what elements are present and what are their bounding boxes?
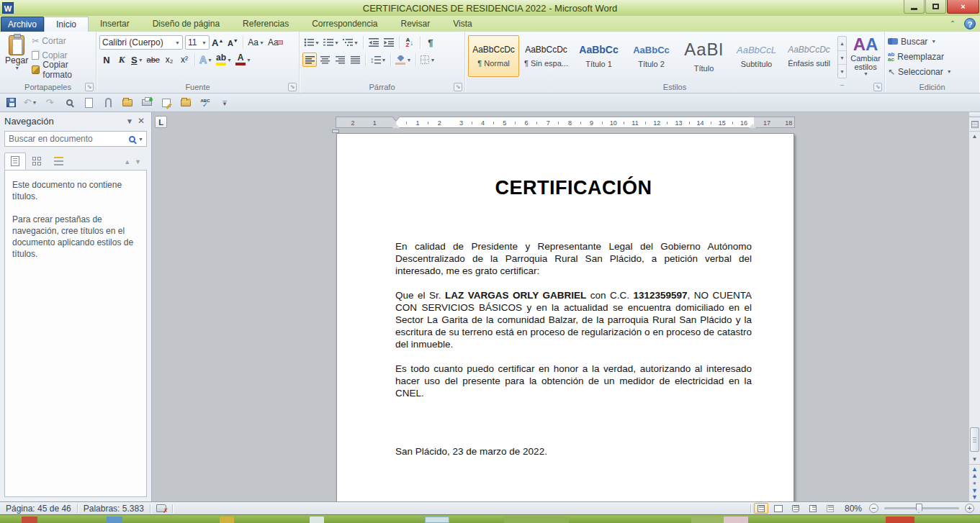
proofing-status-button[interactable] bbox=[150, 502, 172, 514]
style-titulo-1[interactable]: AaBbCcTítulo 1 bbox=[573, 35, 624, 77]
dialog-launcher-fuente[interactable]: ⇘ bbox=[288, 83, 297, 91]
bold-button[interactable]: N bbox=[99, 53, 114, 67]
previous-heading-icon[interactable]: ▲ bbox=[124, 158, 135, 165]
align-right-button[interactable] bbox=[333, 53, 347, 67]
taskbar-app-sliver[interactable] bbox=[22, 517, 37, 523]
taskbar-app-sliver[interactable] bbox=[107, 517, 122, 523]
shading-button[interactable]: ▼ bbox=[394, 53, 413, 67]
scrollbar-thumb[interactable] bbox=[970, 427, 979, 452]
find-button[interactable]: Buscar▼ bbox=[888, 34, 978, 49]
tab-inicio[interactable]: Inicio bbox=[44, 17, 89, 32]
dialog-launcher-estilos[interactable]: ⇘ bbox=[873, 83, 882, 91]
shrink-font-button[interactable]: A▼ bbox=[225, 35, 240, 50]
show-hide-pilcrow-button[interactable]: ¶ bbox=[423, 35, 438, 50]
underline-button[interactable]: S▼ bbox=[130, 53, 145, 67]
new-document-button[interactable] bbox=[82, 96, 95, 109]
strikethrough-button[interactable]: abe bbox=[145, 53, 161, 67]
tab-insertar[interactable]: Insertar bbox=[89, 17, 141, 32]
tab-archivo[interactable]: Archivo bbox=[1, 17, 44, 32]
previous-page-icon[interactable]: ▲▲ bbox=[971, 466, 978, 479]
style-sin-espaciado[interactable]: AaBbCcDc¶ Sin espa... bbox=[521, 35, 572, 77]
change-styles-button[interactable]: AA Cambiar estilos ▼ bbox=[848, 35, 883, 78]
fullscreen-reading-view-button[interactable] bbox=[771, 503, 786, 514]
first-line-indent-marker[interactable] bbox=[392, 117, 400, 121]
style-normal[interactable]: AaBbCcDc¶ Normal bbox=[468, 35, 519, 77]
open-button[interactable] bbox=[121, 96, 134, 109]
print-preview-button[interactable] bbox=[63, 96, 76, 109]
navigation-close-icon[interactable]: ✕ bbox=[135, 116, 147, 126]
taskbar-app-sliver[interactable] bbox=[504, 517, 569, 523]
line-spacing-button[interactable]: ↕ ▼ bbox=[369, 53, 387, 67]
font-size-combo[interactable]: 11▼ bbox=[185, 35, 210, 50]
draft-view-button[interactable] bbox=[823, 503, 837, 514]
clear-formatting-button[interactable]: Aa bbox=[266, 35, 284, 50]
font-color-button[interactable]: A▼ bbox=[234, 53, 253, 67]
dialog-launcher-parrafo[interactable]: ⇘ bbox=[454, 83, 462, 91]
qat-more-button[interactable]: ─▼ bbox=[218, 96, 231, 109]
collapse-ribbon-icon[interactable]: ⌃ bbox=[947, 19, 958, 29]
edit-button[interactable] bbox=[160, 96, 173, 109]
hanging-indent-marker[interactable] bbox=[392, 124, 400, 128]
text-effects-button[interactable]: A▼ bbox=[198, 53, 214, 67]
minimize-button[interactable] bbox=[904, 0, 925, 14]
select-browse-object-icon[interactable]: ● bbox=[973, 480, 976, 486]
redo-button[interactable]: ↷ bbox=[43, 96, 56, 109]
page-content[interactable]: CERTIFICACIÓN En calidad de Presidente y… bbox=[395, 134, 752, 501]
taskbar-app-sliver[interactable] bbox=[724, 517, 748, 523]
highlight-color-button[interactable]: ab▼ bbox=[215, 53, 233, 67]
split-handle[interactable] bbox=[969, 112, 980, 117]
dialog-launcher-portapapeles[interactable]: ⇘ bbox=[85, 83, 94, 91]
nav-tab-pages[interactable] bbox=[26, 153, 48, 170]
replace-button[interactable]: abacReemplazar bbox=[888, 49, 978, 64]
zoom-level[interactable]: 80% bbox=[840, 504, 866, 514]
help-icon[interactable]: ? bbox=[964, 18, 976, 29]
nav-tab-results[interactable] bbox=[48, 153, 69, 170]
word-count[interactable]: Palabras: 5.383 bbox=[78, 502, 150, 514]
styles-gallery-down-icon[interactable]: ▼ bbox=[838, 50, 846, 64]
font-family-combo[interactable]: Calibri (Cuerpo)▼ bbox=[99, 35, 183, 50]
tab-vista[interactable]: Vista bbox=[441, 17, 483, 32]
styles-gallery-up-icon[interactable]: ▲ bbox=[838, 37, 846, 50]
style-subtitulo[interactable]: AaBbCcLSubtítulo bbox=[731, 35, 782, 77]
borders-button[interactable]: ▼ bbox=[419, 53, 436, 67]
maximize-button[interactable] bbox=[925, 0, 946, 14]
subscript-button[interactable]: x₂ bbox=[162, 53, 176, 67]
taskbar-app-sliver[interactable] bbox=[310, 517, 324, 523]
cut-button[interactable]: ✂Cortar bbox=[30, 34, 94, 48]
tab-correspondencia[interactable]: Correspondencia bbox=[300, 17, 389, 32]
nav-tab-headings[interactable] bbox=[4, 153, 26, 170]
next-heading-icon[interactable]: ▼ bbox=[135, 158, 145, 165]
align-center-button[interactable] bbox=[318, 53, 332, 67]
bullets-button[interactable]: ▼ bbox=[302, 35, 321, 50]
sort-button[interactable]: AZ↓ bbox=[403, 35, 417, 50]
quick-print-button[interactable] bbox=[140, 96, 153, 109]
tab-stop-selector[interactable]: L bbox=[155, 116, 167, 128]
styles-gallery-more-icon[interactable]: ▼─ bbox=[838, 64, 846, 78]
justify-button[interactable] bbox=[348, 53, 362, 67]
align-left-button[interactable] bbox=[302, 53, 317, 67]
increase-indent-button[interactable] bbox=[382, 35, 396, 50]
multilevel-list-button[interactable]: ▼ bbox=[341, 35, 360, 50]
page-indicator[interactable]: Página: 45 de 46 bbox=[0, 502, 77, 514]
select-button[interactable]: ↖Seleccionar▼ bbox=[888, 64, 978, 79]
decrease-indent-button[interactable] bbox=[367, 35, 381, 50]
search-input[interactable] bbox=[5, 134, 129, 144]
undo-button[interactable]: ↶▼ bbox=[24, 96, 37, 109]
zoom-slider-thumb[interactable] bbox=[916, 504, 922, 513]
style-titulo[interactable]: AaBlTítulo bbox=[678, 35, 729, 77]
tab-referencias[interactable]: Referencias bbox=[231, 17, 300, 32]
next-page-icon[interactable]: ▼▼ bbox=[971, 488, 978, 501]
taskbar-app-sliver[interactable] bbox=[425, 517, 449, 523]
right-indent-marker[interactable] bbox=[749, 124, 756, 128]
superscript-button[interactable]: x² bbox=[177, 53, 192, 67]
zoom-in-button[interactable]: + bbox=[965, 504, 974, 513]
search-options-icon[interactable]: ▼ bbox=[138, 137, 143, 142]
scroll-up-icon[interactable]: ▲ bbox=[969, 132, 980, 142]
taskbar-app-sliver[interactable] bbox=[886, 517, 914, 523]
numbering-button[interactable]: ▼ bbox=[322, 35, 341, 50]
italic-button[interactable]: K bbox=[114, 53, 129, 67]
tab-revisar[interactable]: Revisar bbox=[390, 17, 442, 32]
taskbar-app-sliver[interactable] bbox=[220, 517, 234, 523]
zoom-slider[interactable] bbox=[884, 507, 959, 509]
save-button[interactable] bbox=[4, 96, 17, 109]
